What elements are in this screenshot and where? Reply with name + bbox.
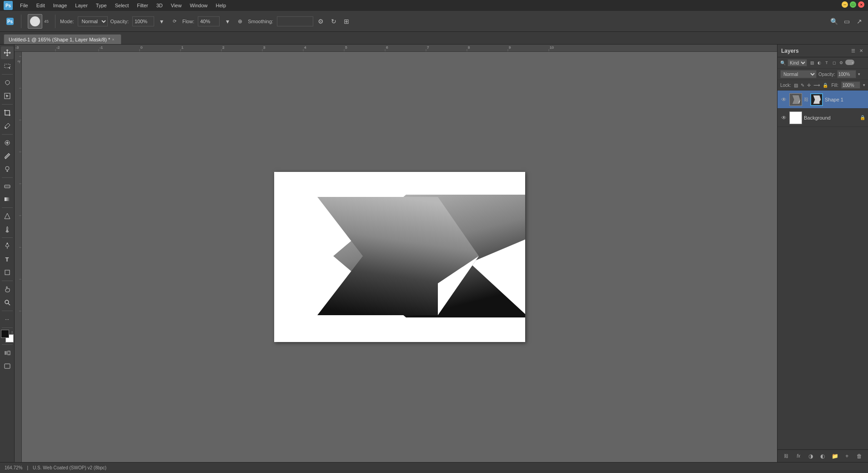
eraser-tool[interactable] bbox=[1, 180, 14, 192]
eyedropper-tool[interactable] bbox=[1, 120, 14, 132]
layer-fx-btn[interactable]: fx bbox=[794, 452, 803, 460]
share-icon[interactable]: ↗ bbox=[854, 16, 864, 26]
menu-select[interactable]: Select bbox=[111, 0, 133, 11]
fill-value-input[interactable] bbox=[841, 81, 860, 89]
layer-new-btn[interactable]: + bbox=[843, 452, 851, 460]
marquee-tool[interactable] bbox=[1, 60, 14, 72]
close-button[interactable]: ✕ bbox=[858, 1, 864, 8]
tool-sep-8 bbox=[2, 311, 13, 311]
layer-adj-btn[interactable]: ◐ bbox=[818, 452, 827, 460]
color-swatch[interactable]: ↕ bbox=[1, 330, 14, 342]
smoothing-input[interactable] bbox=[277, 16, 313, 26]
pressure-opacity-icon[interactable]: ⟳ bbox=[170, 16, 180, 26]
object-select-tool[interactable] bbox=[1, 90, 14, 102]
menu-layer[interactable]: Layer bbox=[71, 0, 91, 11]
brush-preview[interactable] bbox=[28, 14, 42, 29]
layers-panel-menu-btn[interactable]: ☰ bbox=[850, 48, 856, 54]
tool-sep-7 bbox=[2, 281, 13, 281]
filter-pixel-icon[interactable]: ▨ bbox=[809, 60, 815, 66]
fill-arrow[interactable]: ▾ bbox=[863, 83, 865, 87]
lock-artboard-icon[interactable]: ✛ bbox=[807, 83, 811, 88]
blur-tool[interactable] bbox=[1, 210, 14, 222]
opacity-value-input[interactable] bbox=[837, 70, 856, 78]
brush-pressure-icon[interactable]: ⊞ bbox=[341, 16, 351, 26]
mode-label: Mode: bbox=[60, 19, 74, 24]
opacity-toggle[interactable]: ▾ bbox=[157, 16, 167, 26]
lasso-tool[interactable] bbox=[1, 76, 14, 89]
svg-text:-3: -3 bbox=[15, 45, 19, 50]
layer-visibility-shape1[interactable]: 👁 bbox=[780, 96, 788, 103]
canvas-wrapper: -3 -2 -1 0 1 2 3 4 5 6 7 8 9 10 bbox=[15, 45, 777, 462]
layer-item-shape1[interactable]: 👁 ⛓ Shape 1 bbox=[778, 91, 868, 109]
home-button[interactable]: Ps bbox=[4, 15, 16, 28]
pen-tool[interactable] bbox=[1, 240, 14, 252]
search-icon[interactable]: 🔍 bbox=[829, 16, 839, 26]
layer-group-btn[interactable]: 📁 bbox=[831, 452, 839, 460]
brush-tool[interactable] bbox=[1, 150, 14, 162]
brush-angle-icon[interactable]: ↻ bbox=[329, 16, 339, 26]
filter-toggle[interactable]: ● bbox=[845, 60, 854, 65]
left-toolbar: T ··· ↕ bbox=[0, 45, 15, 462]
minimize-button[interactable]: ─ bbox=[842, 1, 848, 8]
menu-view[interactable]: View bbox=[167, 0, 186, 11]
menu-image[interactable]: Image bbox=[50, 0, 71, 11]
layer-mask-btn[interactable]: ◑ bbox=[807, 452, 815, 460]
svg-text:8: 8 bbox=[468, 45, 470, 50]
healing-tool[interactable] bbox=[1, 136, 14, 149]
layers-panel: Layers ☰ ✕ 🔍 Kind ▨ ◐ T ◻ ⚙ ● No bbox=[777, 45, 868, 462]
filter-type-icon[interactable]: T bbox=[823, 60, 830, 66]
maximize-button[interactable]: □ bbox=[850, 1, 856, 8]
more-tools[interactable]: ··· bbox=[1, 313, 14, 326]
layer-delete-btn[interactable]: 🗑 bbox=[855, 452, 863, 460]
arrange-icon[interactable]: ▭ bbox=[842, 16, 852, 26]
canvas[interactable] bbox=[274, 172, 525, 342]
menu-type[interactable]: Type bbox=[92, 0, 110, 11]
flow-toggle[interactable]: ▾ bbox=[222, 16, 232, 26]
menu-filter[interactable]: Filter bbox=[133, 0, 151, 11]
crop-tool[interactable] bbox=[1, 106, 14, 119]
shape-tool[interactable] bbox=[1, 266, 14, 279]
move-tool[interactable] bbox=[1, 46, 14, 59]
quick-mask-btn[interactable] bbox=[1, 347, 14, 359]
lock-transparent-icon[interactable]: ▨ bbox=[794, 83, 798, 88]
zoom-tool[interactable] bbox=[1, 296, 14, 309]
foreground-color-swatch[interactable] bbox=[1, 330, 9, 338]
text-tool[interactable]: T bbox=[1, 253, 14, 266]
shape-overlay bbox=[274, 172, 525, 342]
layer-visibility-background[interactable]: 👁 bbox=[780, 114, 788, 121]
mode-dropdown[interactable]: Normal bbox=[78, 16, 108, 26]
menu-3d[interactable]: 3D bbox=[153, 0, 166, 11]
document-tab[interactable]: Untitled-1 @ 165% (Shape 1, Layer Mask/8… bbox=[4, 34, 121, 44]
svg-text:4: 4 bbox=[304, 45, 306, 50]
brush-settings-icon[interactable]: ⚙ bbox=[316, 16, 326, 26]
toolbar-sep-1 bbox=[21, 15, 21, 28]
lock-position-icon[interactable]: ⟶ bbox=[813, 83, 820, 88]
hand-tool[interactable] bbox=[1, 283, 14, 296]
menu-edit[interactable]: Edit bbox=[33, 0, 49, 11]
opacity-arrow[interactable]: ▾ bbox=[858, 72, 860, 76]
menu-help[interactable]: Help bbox=[212, 0, 230, 11]
flow-input[interactable] bbox=[198, 16, 220, 26]
filter-type-dropdown[interactable]: Kind bbox=[788, 59, 807, 66]
filter-smart-icon[interactable]: ⚙ bbox=[838, 60, 844, 66]
layer-item-background[interactable]: 👁 Background 🔒 bbox=[778, 109, 868, 127]
toolbar-sep-2 bbox=[55, 15, 55, 28]
dodge-tool[interactable] bbox=[1, 223, 14, 236]
clone-tool[interactable] bbox=[1, 163, 14, 176]
filter-shape-icon[interactable]: ◻ bbox=[831, 60, 837, 66]
lock-all-icon[interactable]: 🔒 bbox=[823, 83, 828, 88]
airbrush-icon[interactable]: ⊕ bbox=[235, 16, 245, 26]
lock-image-icon[interactable]: ✎ bbox=[801, 83, 804, 88]
screen-mode-btn[interactable] bbox=[1, 360, 14, 372]
opacity-input[interactable] bbox=[132, 16, 154, 26]
layer-link-btn[interactable]: ⛓ bbox=[782, 452, 790, 460]
tab-close-button[interactable]: × bbox=[112, 37, 116, 42]
blend-mode-dropdown[interactable]: Normal bbox=[780, 70, 817, 78]
gradient-tool[interactable] bbox=[1, 193, 14, 206]
menu-file[interactable]: File bbox=[16, 0, 32, 11]
menu-window[interactable]: Window bbox=[186, 0, 211, 11]
filter-adjust-icon[interactable]: ◐ bbox=[816, 60, 823, 66]
swap-colors-icon[interactable]: ↕ bbox=[11, 330, 13, 334]
layers-panel-close-btn[interactable]: ✕ bbox=[858, 48, 864, 54]
canvas-container[interactable] bbox=[22, 52, 777, 462]
